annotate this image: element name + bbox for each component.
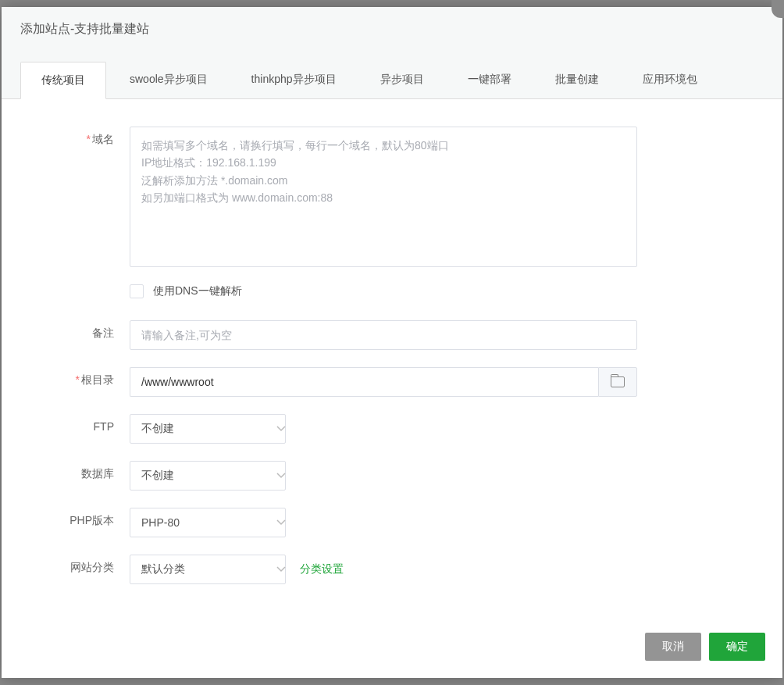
confirm-button[interactable]: 确定 xyxy=(709,633,765,661)
tabs: 传统项目 swoole异步项目 thinkphp异步项目 异步项目 一键部署 批… xyxy=(2,46,782,99)
add-site-modal: 添加站点-支持批量建站 传统项目 swoole异步项目 thinkphp异步项目… xyxy=(2,7,782,678)
php-select[interactable]: PHP-80 xyxy=(130,508,286,537)
tab-deploy[interactable]: 一键部署 xyxy=(447,62,532,98)
row-remark: 备注 xyxy=(28,320,756,350)
row-dns-checkbox: 使用DNS一键解析 xyxy=(130,284,756,298)
row-domain: *域名 xyxy=(28,127,756,267)
row-ftp: FTP 不创建 xyxy=(28,414,756,444)
category-select[interactable]: 默认分类 xyxy=(130,555,286,584)
label-php: PHP版本 xyxy=(28,508,130,528)
label-domain: *域名 xyxy=(28,127,130,147)
form-content: *域名 使用DNS一键解析 备注 *根目录 xyxy=(20,99,764,617)
modal-body: 传统项目 swoole异步项目 thinkphp异步项目 异步项目 一键部署 批… xyxy=(2,46,782,617)
row-category: 网站分类 默认分类 分类设置 xyxy=(28,555,756,584)
tab-traditional[interactable]: 传统项目 xyxy=(20,62,106,99)
tab-thinkphp[interactable]: thinkphp异步项目 xyxy=(231,62,357,98)
cancel-button[interactable]: 取消 xyxy=(645,633,701,661)
browse-folder-button[interactable] xyxy=(598,367,637,397)
remark-input[interactable] xyxy=(130,320,637,350)
dns-checkbox[interactable] xyxy=(130,284,144,298)
folder-icon xyxy=(611,376,625,387)
tab-env[interactable]: 应用环境包 xyxy=(622,62,718,98)
row-rootdir: *根目录 xyxy=(28,367,756,397)
tab-async[interactable]: 异步项目 xyxy=(360,62,444,98)
modal-title: 添加站点-支持批量建站 xyxy=(2,7,782,46)
category-settings-link[interactable]: 分类设置 xyxy=(300,562,344,576)
database-select[interactable]: 不创建 xyxy=(130,461,286,491)
rootdir-input[interactable] xyxy=(130,367,598,397)
modal-footer: 取消 确定 xyxy=(2,617,782,678)
dns-checkbox-label[interactable]: 使用DNS一键解析 xyxy=(153,284,242,298)
ftp-select[interactable]: 不创建 xyxy=(130,414,286,444)
row-database: 数据库 不创建 xyxy=(28,461,756,491)
row-php: PHP版本 PHP-80 xyxy=(28,508,756,537)
label-database: 数据库 xyxy=(28,461,130,481)
tab-batch[interactable]: 批量创建 xyxy=(535,62,619,98)
tab-swoole[interactable]: swoole异步项目 xyxy=(109,62,228,98)
label-rootdir: *根目录 xyxy=(28,367,130,387)
domain-textarea[interactable] xyxy=(130,127,637,267)
label-category: 网站分类 xyxy=(28,555,130,575)
label-ftp: FTP xyxy=(28,414,130,433)
label-remark: 备注 xyxy=(28,320,130,341)
